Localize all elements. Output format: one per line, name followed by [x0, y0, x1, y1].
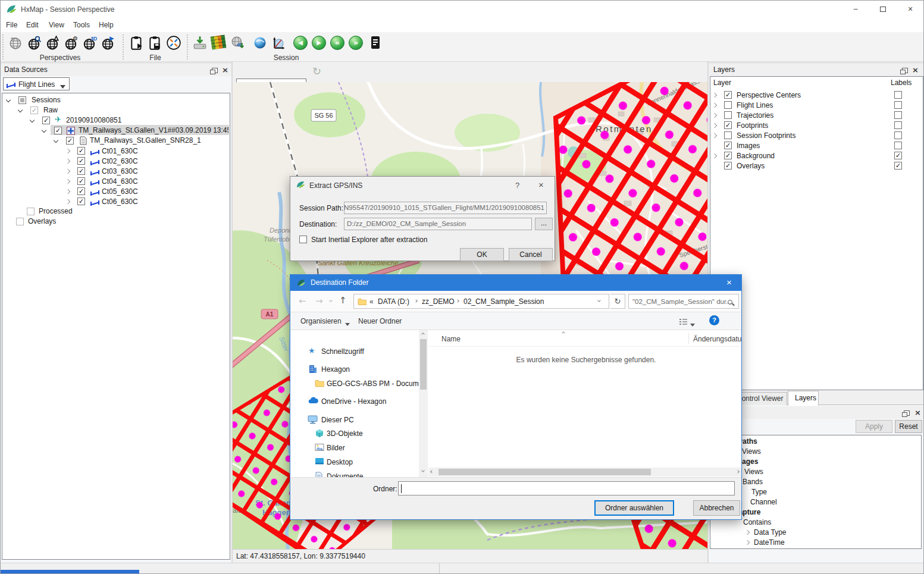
- tree-item-ct05[interactable]: Ct05_630C: [102, 187, 138, 196]
- float-panel-icon[interactable]: [212, 68, 218, 73]
- checkbox[interactable]: [77, 157, 85, 165]
- checkbox[interactable]: [724, 152, 732, 159]
- nav-last-icon[interactable]: »: [349, 36, 363, 50]
- float-panel-icon[interactable]: [902, 68, 908, 73]
- tree-item-processed[interactable]: Processed: [39, 207, 73, 215]
- layer-perspective-centers[interactable]: Perspective Centers: [737, 91, 801, 99]
- refresh-map-icon[interactable]: ↻: [312, 65, 321, 77]
- minimize-button[interactable]: –: [842, 1, 869, 18]
- paste-save-icon[interactable]: [148, 35, 163, 52]
- column-date[interactable]: Änderungsdatu: [693, 335, 741, 343]
- close-icon[interactable]: ×: [726, 277, 732, 287]
- labels-checkbox[interactable]: [894, 152, 902, 159]
- filter-item-channel[interactable]: Channel: [750, 498, 777, 506]
- checkbox[interactable]: [18, 96, 26, 104]
- reset-button[interactable]: Reset: [895, 420, 922, 433]
- checkbox[interactable]: [77, 177, 85, 185]
- tree-item-ct03[interactable]: Ct03_630C: [102, 167, 138, 175]
- breadcrumb-chevron-icon[interactable]: [414, 299, 418, 303]
- help-icon[interactable]: ?: [709, 315, 719, 325]
- checkbox[interactable]: [724, 131, 732, 139]
- inertial-explorer-checkbox[interactable]: [299, 236, 307, 243]
- layer-flight-lines[interactable]: Flight Lines: [737, 101, 773, 109]
- layer-images[interactable]: Images: [737, 142, 760, 150]
- labels-checkbox[interactable]: [894, 162, 902, 170]
- sphere-icon[interactable]: [253, 36, 267, 52]
- checkbox[interactable]: [30, 106, 38, 114]
- labels-checkbox[interactable]: [894, 101, 902, 109]
- column-name[interactable]: Name: [441, 335, 461, 343]
- scroll-down-icon[interactable]: [421, 469, 425, 472]
- sidebar-item-hexagon[interactable]: Hexagon: [321, 365, 350, 374]
- nav-prev-icon[interactable]: ◀: [293, 36, 308, 50]
- checkbox[interactable]: [42, 117, 50, 124]
- sidebar-item-dokumente[interactable]: Dokumente: [327, 472, 363, 477]
- sidebar-item-bilder[interactable]: Bilder: [327, 444, 345, 452]
- filter-item-contains[interactable]: Contains: [743, 518, 771, 526]
- filter-item-bands[interactable]: Bands: [743, 478, 763, 486]
- layer-trajectories[interactable]: Trajectories: [737, 111, 773, 120]
- labels-checkbox[interactable]: [894, 142, 902, 149]
- filter-item-type[interactable]: Type: [751, 488, 767, 496]
- tree-item-ct02[interactable]: Ct02_630C: [102, 157, 138, 165]
- organize-menu[interactable]: Organisieren: [300, 317, 342, 325]
- column-labels[interactable]: Labels: [891, 79, 912, 87]
- forward-icon[interactable]: →: [315, 296, 323, 306]
- filter-item-datetime[interactable]: DateTime: [754, 538, 785, 547]
- layer-footprints[interactable]: Footprints: [737, 121, 768, 130]
- tree-item-ct01[interactable]: Ct01_630C: [102, 147, 138, 155]
- close-icon[interactable]: ×: [538, 180, 544, 190]
- checkbox[interactable]: [54, 127, 62, 134]
- address-bar[interactable]: « DATA (D:) zz_DEMO 02_CM_Sample_Session: [353, 294, 609, 309]
- axes-icon[interactable]: [272, 35, 287, 52]
- help-icon[interactable]: ?: [515, 181, 519, 190]
- sidebar-item-onedrive[interactable]: OneDrive - Hexagon: [321, 397, 386, 406]
- globe-search-icon[interactable]: [26, 35, 42, 52]
- band-grid-icon[interactable]: [211, 34, 227, 49]
- splitter-left[interactable]: [231, 62, 233, 563]
- cancel-button[interactable]: Cancel: [509, 248, 553, 261]
- refresh-button[interactable]: ↻: [610, 294, 625, 309]
- breadcrumb-session[interactable]: 02_CM_Sample_Session: [463, 297, 544, 306]
- globe-settings-icon[interactable]: ⚙: [63, 35, 79, 52]
- chevron-down-icon[interactable]: [690, 320, 695, 328]
- checkbox[interactable]: [77, 197, 85, 205]
- tree-item-overlays[interactable]: Overlays: [28, 217, 56, 225]
- up-icon[interactable]: ↑: [339, 295, 347, 306]
- sidebar-item-desktop[interactable]: Desktop: [327, 458, 353, 466]
- sidebar-scrollbar[interactable]: [419, 330, 428, 477]
- menu-view[interactable]: View: [49, 21, 64, 29]
- menu-tools[interactable]: Tools: [73, 21, 90, 29]
- tree-item-sessions[interactable]: Sessions: [32, 96, 61, 104]
- tree-item-ct04[interactable]: Ct04_630C: [102, 177, 138, 186]
- globe-icon[interactable]: [8, 35, 23, 52]
- address-dropdown-icon[interactable]: [597, 299, 601, 302]
- menu-help[interactable]: Help: [99, 21, 114, 29]
- tree-item-session-id[interactable]: 20190910080851: [66, 116, 121, 124]
- filter-item-views-2[interactable]: Views: [744, 468, 763, 476]
- labels-checkbox[interactable]: [894, 111, 902, 119]
- paste-run-icon[interactable]: [129, 35, 145, 52]
- new-folder-button[interactable]: Neuer Ordner: [358, 317, 402, 325]
- checkbox[interactable]: [724, 91, 732, 99]
- browse-button[interactable]: ...: [535, 218, 553, 230]
- checkbox[interactable]: [724, 162, 732, 170]
- folder-name-input[interactable]: [398, 481, 735, 495]
- filelist-hscrollbar[interactable]: [428, 468, 742, 476]
- checkbox[interactable]: [66, 137, 74, 145]
- close-panel-icon[interactable]: ×: [914, 409, 921, 416]
- checkbox[interactable]: [16, 218, 24, 225]
- menu-edit[interactable]: Edit: [26, 21, 39, 29]
- scroll-up-icon[interactable]: [421, 333, 425, 336]
- tree-item-tm-railways[interactable]: TM_Railways_St.Gallen_V1##03.09.2019 13:…: [79, 126, 228, 134]
- checkbox[interactable]: [724, 121, 732, 129]
- apply-button[interactable]: Apply: [856, 420, 892, 433]
- back-icon[interactable]: ←: [299, 296, 306, 306]
- filter-item-data-type[interactable]: Data Type: [754, 528, 786, 537]
- labels-checkbox[interactable]: [894, 91, 902, 99]
- checkbox[interactable]: [77, 187, 85, 195]
- history-dropdown-icon[interactable]: [329, 299, 333, 302]
- layer-background[interactable]: Background: [737, 152, 775, 160]
- close-button[interactable]: ×: [897, 1, 924, 18]
- maximize-button[interactable]: [869, 1, 897, 18]
